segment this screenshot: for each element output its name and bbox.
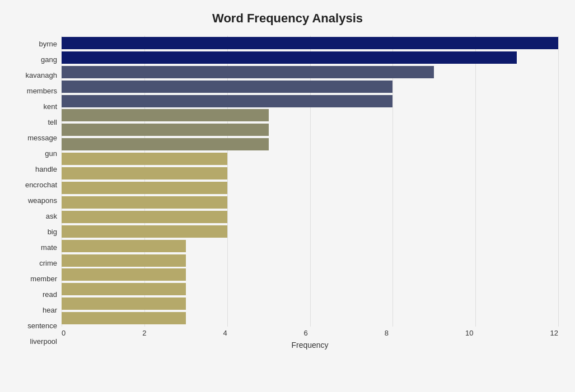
y-label: ask — [46, 212, 57, 220]
chart-container: Word Frequency Analysis byrnegangkavanag… — [0, 0, 575, 392]
y-label: byrne — [39, 40, 57, 48]
bar-row — [62, 239, 558, 253]
y-label: encrochat — [25, 181, 57, 188]
bar-row — [62, 94, 558, 108]
bar — [62, 240, 186, 252]
grid-line — [558, 36, 559, 327]
bar — [62, 196, 227, 209]
bar — [62, 153, 227, 165]
bar — [62, 268, 186, 281]
y-label: read — [43, 291, 57, 298]
chart-area: byrnegangkavanaghmemberskenttellmessageg… — [17, 36, 558, 350]
y-label: liverpool — [30, 338, 57, 345]
bar — [62, 167, 227, 180]
bar-row — [62, 296, 558, 311]
bar — [62, 254, 186, 267]
bar — [62, 51, 517, 64]
bar — [62, 109, 269, 121]
y-label: kavanagh — [26, 72, 57, 79]
bar-row — [62, 253, 558, 268]
bar — [62, 81, 392, 93]
y-label: message — [27, 134, 57, 141]
y-label: member — [30, 275, 57, 282]
y-label: kent — [43, 103, 57, 110]
bar — [62, 283, 186, 295]
y-label: members — [27, 87, 57, 95]
bar — [62, 297, 186, 310]
x-tick: 6 — [304, 329, 308, 337]
bar-row — [62, 50, 558, 65]
x-tick: 4 — [223, 329, 227, 337]
bars-area — [62, 36, 558, 327]
y-label: handle — [35, 166, 57, 173]
y-label: hear — [43, 306, 57, 314]
y-label: big — [48, 228, 57, 235]
y-label: gang — [41, 56, 57, 63]
y-label: gun — [45, 150, 57, 157]
bar-row — [62, 282, 558, 296]
bar — [62, 211, 227, 223]
y-label: weapons — [28, 197, 57, 204]
x-ticks: 024681012 — [62, 329, 558, 337]
bar-row — [62, 137, 558, 152]
bar-row — [62, 108, 558, 123]
x-axis: 024681012 Frequency — [62, 329, 558, 350]
y-label: sentence — [27, 322, 57, 329]
bar-row — [62, 152, 558, 166]
bar — [62, 95, 392, 107]
bar-row — [62, 79, 558, 94]
bar-row — [62, 36, 558, 50]
bar-row — [62, 65, 558, 79]
bars-and-xaxis: 024681012 Frequency — [62, 36, 558, 350]
y-axis: byrnegangkavanaghmemberskenttellmessageg… — [17, 36, 62, 350]
y-label: tell — [48, 119, 57, 126]
x-tick: 10 — [465, 329, 473, 337]
x-tick: 12 — [550, 329, 558, 337]
bar — [62, 66, 434, 78]
bar — [62, 225, 227, 238]
bar-row — [62, 268, 558, 282]
bar-row — [62, 166, 558, 181]
bar — [62, 37, 558, 49]
bar-row — [62, 122, 558, 137]
bar — [62, 312, 186, 324]
bar-row — [62, 224, 558, 239]
y-label: mate — [41, 244, 57, 251]
bar-row — [62, 210, 558, 224]
bar-row — [62, 311, 558, 325]
x-tick: 8 — [385, 329, 389, 337]
x-tick: 2 — [142, 329, 146, 337]
bar-row — [62, 181, 558, 195]
y-label: crime — [39, 259, 57, 267]
bar-row — [62, 195, 558, 210]
chart-title: Word Frequency Analysis — [17, 11, 558, 26]
bar — [62, 124, 269, 136]
bar — [62, 138, 269, 150]
bar — [62, 182, 227, 194]
x-axis-label: Frequency — [62, 341, 558, 350]
x-tick: 0 — [62, 329, 66, 337]
